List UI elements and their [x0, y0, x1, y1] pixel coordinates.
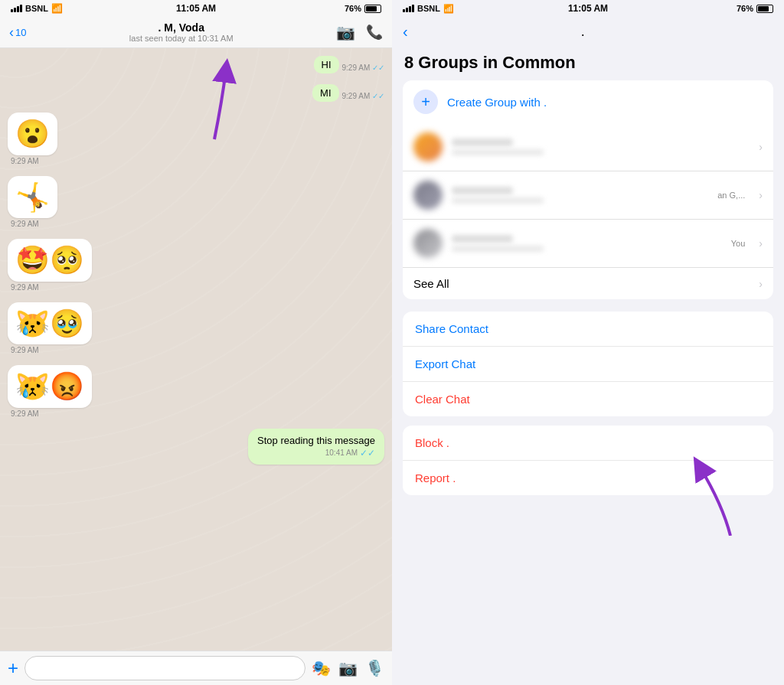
chevron-right-2: › [759, 189, 763, 201]
group-row-3[interactable]: You › [403, 220, 773, 268]
section-title: 8 Groups in Common [392, 47, 784, 80]
group-name-1 [452, 139, 513, 146]
back-chevron-icon: ‹ [9, 24, 14, 41]
emoji-bubble-1: 😮 [8, 113, 57, 155]
see-all-row[interactable]: See All › [403, 268, 773, 299]
left-panel: BSNL 📶 11:05 AM 76% ‹ 10 . M, Voda last … [0, 0, 392, 685]
msg-emoji-3: 🤩🥺 9:29 AM [8, 239, 384, 292]
outgoing-footer: 10:41 AM ✓✓ [257, 448, 375, 458]
export-chat-label: Export Chat [415, 357, 475, 370]
camera-icon[interactable]: 📷 [338, 659, 358, 677]
msg-emoji-4: 😿🥹 9:29 AM [8, 302, 384, 355]
msg-emoji-3-time: 9:29 AM [11, 283, 39, 292]
message-input[interactable] [24, 656, 305, 680]
msg-mi-time: 9:29 AM ✓✓ [342, 92, 384, 100]
group-row-1[interactable]: › [403, 123, 773, 171]
destructive-card: Block . Report . [403, 426, 773, 495]
chat-contact-info[interactable]: . M, Voda last seen today at 10:31 AM [32, 21, 330, 43]
mic-icon[interactable]: 🎙️ [365, 659, 384, 677]
msg-emoji-1: 😮 9:29 AM [8, 113, 384, 165]
group-sub-1 [452, 149, 544, 155]
groups-card: + Create Group with . › an G,... [403, 80, 773, 299]
group-avatar-3 [413, 229, 443, 258]
carrier-left: BSNL [25, 4, 48, 13]
right-content: 8 Groups in Common + Create Group with .… [392, 47, 784, 685]
msg-emoji-1-time: 9:29 AM [11, 157, 39, 165]
back-button[interactable]: ‹ 10 [9, 24, 26, 41]
input-action-icons: 🎭 📷 🎙️ [312, 659, 384, 677]
right-back-button[interactable]: ‹ [403, 23, 408, 41]
wifi-icon-right: 📶 [443, 4, 454, 14]
signal-icon-right [403, 5, 414, 12]
msg-emoji-2-time: 9:29 AM [11, 220, 39, 228]
group-avatar-1 [413, 132, 443, 161]
chevron-right-1: › [759, 141, 763, 153]
report-row[interactable]: Report . [403, 461, 773, 495]
chevron-right-3: › [759, 237, 763, 250]
group-name-2 [452, 187, 513, 194]
clear-chat-label: Clear Chat [415, 393, 470, 406]
create-group-label: Create Group with . [447, 96, 547, 109]
right-header-dot: . [581, 24, 585, 40]
right-status-right-icons: 76% [737, 4, 773, 13]
msg-emoji-5: 😿😡 9:29 AM [8, 365, 384, 418]
time-left: 11:05 AM [176, 3, 216, 14]
group-sub-3 [452, 246, 544, 252]
video-call-icon[interactable]: 📷 [336, 23, 355, 41]
block-label: Block . [415, 436, 449, 449]
messages-area: HI 9:29 AM ✓✓ MI 9:29 AM ✓✓ 😮 9:29 AM 🤸 … [0, 48, 392, 651]
right-panel: BSNL 📶 11:05 AM 76% ‹ . 8 Groups in Comm… [392, 0, 784, 685]
input-bar: + 🎭 📷 🎙️ [0, 651, 392, 685]
msg-outgoing: Stop reading this message 10:41 AM ✓✓ [8, 429, 384, 465]
msg-emoji-4-time: 9:29 AM [11, 346, 39, 354]
export-chat-row[interactable]: Export Chat [403, 347, 773, 382]
outgoing-time: 10:41 AM [325, 449, 358, 457]
group-sub-2 [452, 197, 544, 204]
group-info-1 [452, 139, 750, 155]
right-status-left-icons: BSNL 📶 [403, 4, 454, 14]
phone-call-icon[interactable]: 📞 [366, 24, 383, 41]
battery-icon-right [756, 5, 773, 13]
see-all-chevron: › [759, 278, 763, 290]
emoji-bubble-5: 😿😡 [8, 365, 92, 408]
group-row-2[interactable]: an G,... › [403, 171, 773, 220]
report-label: Report . [415, 471, 456, 484]
contact-name: . M, Voda [32, 21, 330, 34]
signal-icon [11, 5, 22, 12]
last-seen: last seen today at 10:31 AM [32, 34, 330, 43]
plus-icon[interactable]: + [8, 657, 18, 679]
right-status-left: 76% [345, 4, 381, 13]
outgoing-bubble: Stop reading this message 10:41 AM ✓✓ [248, 429, 384, 465]
group-info-3 [452, 235, 722, 252]
share-contact-row[interactable]: Share Contact [403, 312, 773, 347]
wifi-icon: 📶 [51, 3, 63, 14]
chat-header: ‹ 10 . M, Voda last seen today at 10:31 … [0, 17, 392, 48]
actions-card: Share Contact Export Chat Clear Chat [403, 312, 773, 416]
time-right: 11:05 AM [568, 3, 608, 14]
msg-emoji-2: 🤸 9:29 AM [8, 176, 384, 229]
msg-mi-bubble: MI [312, 84, 338, 102]
msg-hi-time: 9:29 AM ✓✓ [342, 64, 384, 72]
carrier-right: BSNL [417, 4, 440, 13]
outgoing-text: Stop reading this message [257, 435, 375, 446]
block-row[interactable]: Block . [403, 426, 773, 461]
msg-hi: HI 9:29 AM ✓✓ [8, 56, 384, 73]
status-bar-right: BSNL 📶 11:05 AM 76% [392, 0, 784, 17]
battery-pct-right: 76% [737, 4, 753, 13]
sticker-icon[interactable]: 🎭 [312, 659, 331, 677]
battery-icon-left [364, 5, 381, 13]
msg-emoji-5-time: 9:29 AM [11, 409, 39, 418]
msg-mi: MI 9:29 AM ✓✓ [8, 84, 384, 102]
clear-chat-row[interactable]: Clear Chat [403, 382, 773, 416]
group-avatar-2 [413, 181, 443, 210]
left-status-icons: BSNL 📶 [11, 3, 63, 14]
share-contact-label: Share Contact [415, 322, 488, 335]
create-group-row[interactable]: + Create Group with . [403, 80, 773, 123]
status-bar-left: BSNL 📶 11:05 AM 76% [0, 0, 392, 17]
back-count: 10 [15, 27, 26, 38]
emoji-bubble-4: 😿🥹 [8, 302, 92, 345]
group-info-2 [452, 187, 708, 204]
see-all-label: See All [413, 277, 449, 290]
emoji-bubble-2: 🤸 [8, 176, 57, 219]
battery-pct-left: 76% [345, 4, 361, 13]
